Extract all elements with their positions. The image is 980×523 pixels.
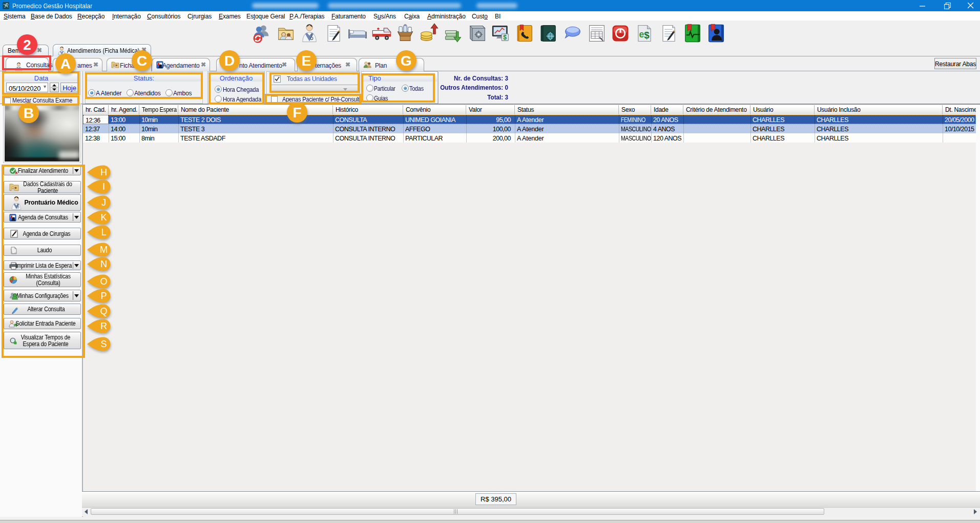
svg-text:R: R [100, 321, 107, 331]
svg-text:M: M [100, 245, 108, 255]
svg-text:L: L [101, 227, 106, 237]
svg-text:H: H [100, 167, 107, 177]
svg-text:e: e [639, 29, 644, 39]
svg-text:P: P [100, 291, 107, 301]
svg-text:Q: Q [100, 306, 107, 316]
svg-text:S: S [100, 339, 107, 349]
svg-text:O: O [100, 276, 107, 287]
svg-text:I: I [102, 182, 105, 192]
svg-text:$: $ [644, 30, 650, 41]
svg-text:N: N [100, 259, 107, 269]
svg-text:K: K [100, 212, 107, 223]
svg-text:J: J [101, 197, 106, 208]
svg-text:$: $ [503, 34, 507, 41]
